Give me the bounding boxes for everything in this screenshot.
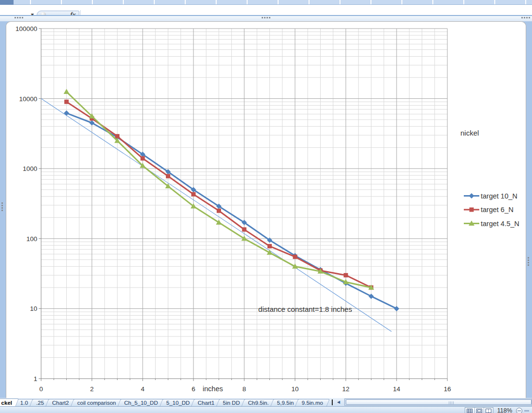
tab-scroll-left-icon[interactable]: ◀ [335, 399, 342, 406]
svg-text:10: 10 [30, 305, 37, 312]
page-break-preview-button[interactable] [484, 408, 493, 413]
svg-text:2: 2 [90, 385, 94, 393]
sheet-right-margin [526, 21, 532, 398]
svg-text:0: 0 [39, 385, 43, 393]
trendline-annotation[interactable]: distance constant=1.8 inches [258, 305, 352, 313]
major-gridlines [41, 29, 447, 379]
sheet-tab-bar: ckel1.0.25Chart2coil comparisonCh_5_10_D… [0, 398, 532, 406]
sheet-tab-label: 5in DD [222, 399, 239, 406]
svg-text:6: 6 [192, 385, 195, 393]
svg-text:1: 1 [33, 375, 37, 382]
zoom-out-icon[interactable] [516, 408, 522, 413]
x-axis-title: inches [203, 385, 223, 393]
legend-label: target 6_N [481, 206, 514, 214]
legend-label: target 10_N [481, 192, 517, 200]
scrollbar-grip-icon [449, 401, 454, 405]
sheet-tab-label: Ch9.5in. [248, 399, 269, 406]
y-axis-tick-labels: 110100100010000100000 [15, 25, 37, 382]
column-header-strip [0, 0, 532, 5]
svg-text:100000: 100000 [15, 25, 37, 32]
status-bar: 118% [0, 406, 532, 413]
sheet-tab-coil-comparison[interactable]: coil comparison [71, 399, 123, 406]
sheet-tab-label: coil comparison [77, 399, 116, 406]
sheet-tab-label: ckel [1, 399, 12, 406]
tab-rename-caret [332, 399, 333, 405]
svg-text:1000: 1000 [23, 165, 37, 172]
normal-view-button[interactable] [465, 408, 474, 413]
zoom-slider[interactable] [524, 410, 529, 412]
chart-resize-handle[interactable] [521, 17, 530, 18]
sheet-tab-ckel[interactable]: ckel [0, 398, 19, 406]
svg-text:100: 100 [26, 235, 37, 243]
sheet-tab-label: 5,9.5in [277, 399, 294, 406]
sheet-tab-label: 9.5in.mo [302, 399, 323, 406]
horizontal-scrollbar[interactable] [344, 398, 532, 406]
svg-text:14: 14 [393, 385, 400, 393]
sheet-tab-9.5in.mo[interactable]: 9.5in.mo [295, 399, 330, 406]
chart-resize-handle[interactable] [262, 17, 270, 18]
formula-bar-row: ▼ fx [0, 5, 532, 15]
sheet-tab-ch-5-10-dd[interactable]: Ch_5_10_DD [118, 399, 165, 406]
sheet-left-margin [0, 21, 6, 398]
chart-resize-handle[interactable] [528, 257, 529, 266]
view-shortcut-group [465, 407, 493, 413]
svg-text:12: 12 [342, 385, 349, 393]
trendline[interactable] [41, 99, 392, 332]
nickel-chart[interactable]: 1101001000100001000000246810121416inches… [6, 22, 526, 398]
x-axis-tick-labels: 0246810121416 [39, 385, 451, 393]
horizontal-scrollbar-thumb[interactable] [346, 399, 532, 405]
sheet-tab-label: .25 [36, 399, 44, 406]
svg-text:10000: 10000 [19, 95, 37, 103]
svg-text:8: 8 [242, 385, 246, 393]
svg-text:4: 4 [141, 385, 145, 393]
sheet-tab-label: 1.0 [20, 399, 28, 406]
chart-resize-handle[interactable] [1, 202, 3, 211]
excel-window: ▼ fx 1101001000100001000000246810121416i… [0, 0, 532, 413]
zoom-level: 118% [495, 407, 514, 413]
svg-text:10: 10 [291, 385, 298, 393]
sheet-tab-label: Chart1 [198, 399, 215, 406]
chart-title[interactable]: nickel [460, 129, 479, 137]
sheet-tab-label: Chart2 [52, 399, 69, 406]
page-layout-view-button[interactable] [474, 408, 484, 413]
legend-label: target 4.5_N [481, 220, 519, 228]
svg-text:16: 16 [443, 385, 451, 393]
sheet-tab-label: Ch_5_10_DD [124, 399, 158, 406]
sheet-tabs: ckel1.0.25Chart2coil comparisonCh_5_10_D… [0, 398, 326, 406]
chart-resize-handle[interactable] [15, 17, 23, 18]
sheet-tab-label: 5_10_DD [166, 399, 190, 406]
chart-legend[interactable]: target 10_Ntarget 6_Ntarget 4.5_N [464, 192, 519, 228]
select-all-corner[interactable] [0, 0, 14, 5]
chart-sheet: 1101001000100001000000246810121416inches… [6, 21, 526, 398]
